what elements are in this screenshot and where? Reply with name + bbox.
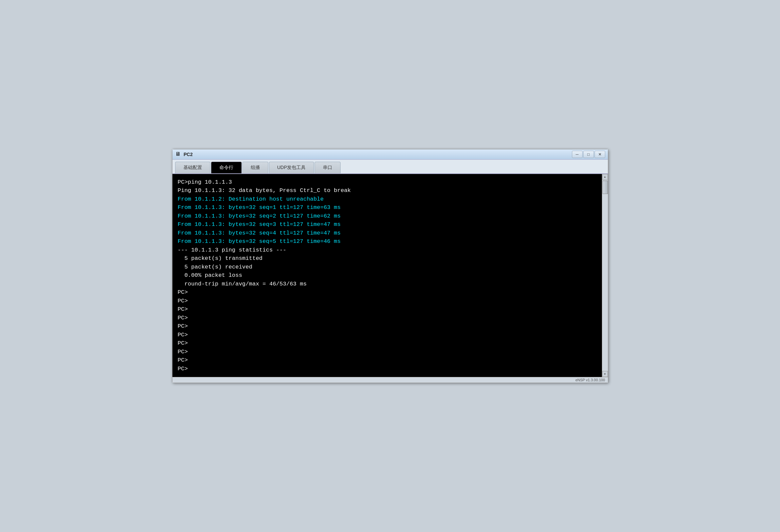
- terminal-line: 5 packet(s) transmitted: [178, 254, 596, 263]
- tab-udp[interactable]: UDP发包工具: [269, 162, 314, 173]
- terminal-line: From 10.1.1.3: bytes=32 seq=1 ttl=127 ti…: [178, 203, 596, 212]
- close-button[interactable]: ✕: [595, 151, 605, 158]
- terminal-line: PC>: [178, 331, 596, 339]
- app-icon: 🖥: [175, 151, 182, 158]
- terminal-line: From 10.1.1.2: Destination host unreacha…: [178, 195, 596, 204]
- terminal-line: 5 packet(s) received: [178, 263, 596, 271]
- terminal-line: From 10.1.1.3: bytes=32 seq=2 ttl=127 ti…: [178, 212, 596, 221]
- main-window: 🖥 PC2 ─ □ ✕ 基础配置 命令行 组播 UDP发包工具 串口 PC>pi…: [172, 149, 608, 383]
- tab-zubo[interactable]: 组播: [242, 162, 268, 173]
- maximize-button[interactable]: □: [583, 151, 594, 158]
- title-bar: 🖥 PC2 ─ □ ✕: [173, 149, 608, 160]
- terminal-line: PC>: [178, 365, 596, 373]
- terminal-line: PC>: [178, 339, 596, 348]
- terminal-line: PC>: [178, 322, 596, 331]
- scrollbar-up-button[interactable]: ▲: [602, 174, 608, 180]
- status-text: eNSP v1.3.00.100: [575, 378, 605, 382]
- scrollbar-track: ▲ ▼: [602, 174, 608, 377]
- terminal-line: From 10.1.1.3: bytes=32 seq=4 ttl=127 ti…: [178, 229, 596, 237]
- status-bar: eNSP v1.3.00.100: [173, 377, 608, 383]
- terminal-line: Ping 10.1.1.3: 32 data bytes, Press Ctrl…: [178, 186, 596, 195]
- terminal-line: PC>: [178, 356, 596, 365]
- tab-jichupeizhui[interactable]: 基础配置: [175, 162, 210, 173]
- title-bar-left: 🖥 PC2: [175, 151, 193, 158]
- terminal-line: round-trip min/avg/max = 46/53/63 ms: [178, 280, 596, 288]
- terminal-line: PC>: [178, 305, 596, 314]
- minimize-button[interactable]: ─: [572, 151, 583, 158]
- terminal-scrollbar[interactable]: ▲ ▼: [602, 174, 608, 377]
- scrollbar-handle[interactable]: [602, 181, 608, 194]
- terminal-wrapper: PC>ping 10.1.1.3Ping 10.1.1.3: 32 data b…: [173, 174, 608, 377]
- terminal-line: PC>: [178, 314, 596, 322]
- terminal-line: PC>: [178, 297, 596, 306]
- window-controls: ─ □ ✕: [572, 151, 605, 158]
- terminal-line: 0.00% packet loss: [178, 271, 596, 280]
- tab-chuankou[interactable]: 串口: [314, 162, 341, 173]
- tab-minlinghang[interactable]: 命令行: [211, 162, 242, 173]
- tab-bar: 基础配置 命令行 组播 UDP发包工具 串口: [173, 160, 608, 174]
- terminal-line: --- 10.1.1.3 ping statistics ---: [178, 246, 596, 255]
- terminal[interactable]: PC>ping 10.1.1.3Ping 10.1.1.3: 32 data b…: [173, 174, 602, 377]
- window-title: PC2: [184, 152, 193, 157]
- terminal-line: PC>: [178, 288, 596, 297]
- terminal-line: PC>ping 10.1.1.3: [178, 178, 596, 187]
- terminal-line: From 10.1.1.3: bytes=32 seq=5 ttl=127 ti…: [178, 237, 596, 246]
- scrollbar-down-button[interactable]: ▼: [602, 371, 608, 377]
- terminal-line: PC>: [178, 348, 596, 356]
- terminal-line: From 10.1.1.3: bytes=32 seq=3 ttl=127 ti…: [178, 220, 596, 229]
